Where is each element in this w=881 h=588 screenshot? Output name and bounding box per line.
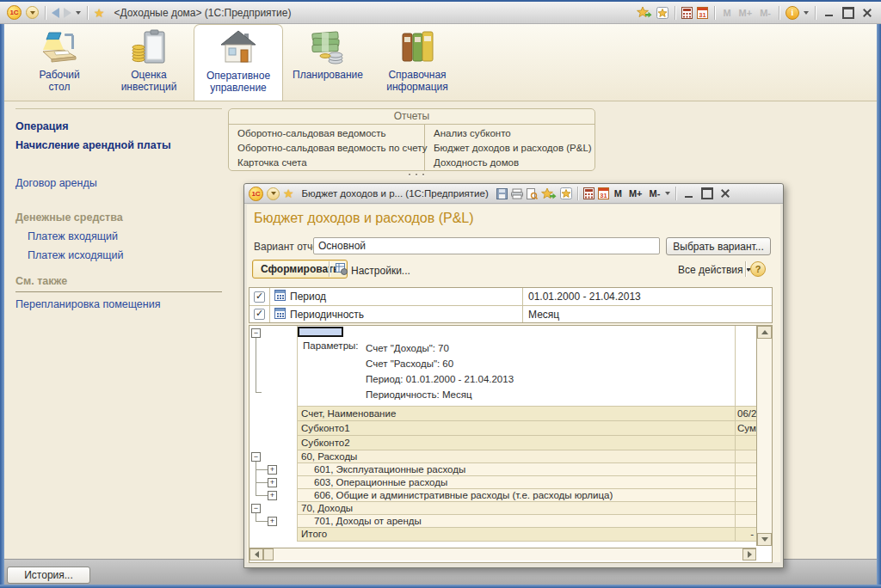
filter-value[interactable]: 01.01.2000 - 21.04.2013 <box>523 288 772 305</box>
report-data-row[interactable]: 60, Расходы <box>250 450 756 463</box>
filter-value[interactable]: Месяц <box>523 306 772 322</box>
filter-row[interactable]: ПериодичностьМесяц <box>250 305 772 322</box>
service-dropdown-icon[interactable] <box>804 11 809 15</box>
history-button[interactable]: История... <box>7 567 90 584</box>
scroll-right-button[interactable] <box>742 548 756 560</box>
report-data-row[interactable]: 701, Доходы от аренды <box>250 515 756 528</box>
favorites-star-icon[interactable] <box>94 6 105 20</box>
horizontal-scrollbar-track[interactable] <box>274 548 742 560</box>
all-actions-button[interactable]: Все действия <box>678 264 751 276</box>
report-data-row[interactable]: Итого- <box>250 528 756 542</box>
memory-recall-button[interactable]: M <box>613 188 624 199</box>
report-link[interactable]: Бюджет доходов и расходов (P&L) <box>434 141 595 156</box>
memory-add-button[interactable]: M+ <box>627 188 644 199</box>
horizontal-scrollbar-thumb[interactable] <box>263 548 274 560</box>
report-data-row[interactable]: 601, Эксплуатационные расходы <box>250 463 756 476</box>
favorites-star-icon[interactable] <box>283 187 294 200</box>
save-icon[interactable] <box>496 188 508 199</box>
report-cell-label[interactable] <box>298 326 735 338</box>
expander-collapse[interactable]: − <box>251 452 261 462</box>
report-cell-label[interactable]: 603, Операционные расходы <box>298 476 735 489</box>
report-link[interactable]: Доходность домов <box>434 156 595 170</box>
report-cell-label[interactable]: 701, Доходы от аренды <box>298 515 735 528</box>
report-cell-label[interactable]: Субконто2 <box>298 436 735 450</box>
favorites-list-icon[interactable] <box>560 187 572 199</box>
report-header-row[interactable]: Субконто2 <box>250 436 756 450</box>
report-cell-value[interactable]: 06/2 <box>735 407 756 421</box>
expander-expand[interactable]: + <box>268 491 277 500</box>
report-cell-label[interactable]: Параметры:Счет "Доходы": 70Счет "Расходы… <box>298 338 735 407</box>
maximize-button[interactable] <box>841 6 855 19</box>
horizontal-scrollbar[interactable] <box>250 548 756 560</box>
report-cell-value[interactable] <box>735 476 756 489</box>
close-button[interactable] <box>859 6 874 19</box>
favorites-list-icon[interactable] <box>656 7 668 19</box>
sidebar-item-3[interactable]: Договор аренды <box>15 176 222 190</box>
window-menu-dropdown-button[interactable] <box>267 187 280 200</box>
minimize-button[interactable] <box>822 6 836 19</box>
report-cell-value[interactable] <box>735 338 756 407</box>
sidebar-item-1[interactable]: Операция <box>15 119 222 133</box>
vertical-scrollbar[interactable] <box>756 326 772 546</box>
filter-checkbox[interactable] <box>254 291 265 303</box>
report-data-row[interactable]: 603, Операционные расходы <box>250 476 756 489</box>
toolbar-tab-folders[interactable]: Справочная информация <box>373 24 462 101</box>
report-cell-label[interactable]: Итого <box>298 528 735 542</box>
1c-logo-icon[interactable] <box>249 187 263 201</box>
report-cell-value[interactable] <box>735 326 756 338</box>
calendar-icon[interactable]: 31 <box>598 187 609 199</box>
report-cell-value[interactable] <box>735 450 756 463</box>
parameters-row[interactable]: Параметры:Счет "Доходы": 70Счет "Расходы… <box>250 338 756 407</box>
vertical-scrollbar-track[interactable] <box>757 339 772 533</box>
report-cell-label[interactable]: 606, Общие и административные расходы (т… <box>298 489 735 502</box>
sidebar-item-6[interactable]: Платеж исходящий <box>15 248 222 262</box>
generate-button[interactable]: Сформировать <box>252 260 348 279</box>
report-cell-value[interactable] <box>735 502 756 515</box>
report-top-row[interactable] <box>250 326 756 338</box>
sidebar-item-8[interactable]: Перепланировка помещения <box>15 297 222 311</box>
add-favorite-icon[interactable] <box>637 6 652 19</box>
report-cell-label[interactable]: 60, Расходы <box>298 450 735 463</box>
report-cell-value[interactable] <box>735 436 756 450</box>
back-icon[interactable] <box>52 8 59 18</box>
memory-subtract-button[interactable]: M- <box>648 188 662 199</box>
expander-collapse[interactable]: − <box>251 504 261 513</box>
1c-logo-icon[interactable] <box>7 5 22 20</box>
report-data-row[interactable]: 606, Общие и административные расходы (т… <box>250 489 756 502</box>
panel-resize-grip[interactable] <box>409 174 424 175</box>
report-cell-label[interactable]: 70, Доходы <box>298 502 735 515</box>
filter-row[interactable]: Период01.01.2000 - 21.04.2013 <box>250 288 772 305</box>
maximize-button[interactable] <box>699 187 714 200</box>
report-cell-value[interactable]: - <box>735 528 756 542</box>
expander-expand[interactable]: + <box>268 478 277 487</box>
report-header-row[interactable]: Счет, Наименование06/2 <box>250 407 756 421</box>
report-link[interactable]: Карточка счета <box>237 156 424 170</box>
calculator-icon[interactable] <box>583 187 595 199</box>
calculator-icon[interactable] <box>681 7 693 19</box>
close-button[interactable] <box>718 187 732 200</box>
forward-icon[interactable] <box>64 8 71 18</box>
help-button[interactable]: ? <box>750 261 766 277</box>
add-favorite-icon[interactable] <box>541 187 557 200</box>
report-cell-label[interactable]: 601, Эксплуатационные расходы <box>298 463 735 476</box>
expander-expand[interactable]: + <box>268 465 277 475</box>
minimize-button[interactable] <box>681 187 696 200</box>
report-link[interactable]: Анализ субконто <box>434 126 595 141</box>
toolbar-tab-house[interactable]: Оперативное управление <box>194 24 283 101</box>
main-menu-dropdown-button[interactable] <box>26 6 39 19</box>
report-data-row[interactable]: 70, Доходы <box>250 502 756 515</box>
report-header-row[interactable]: Субконто1Сум <box>250 421 756 436</box>
print-preview-icon[interactable] <box>527 188 538 199</box>
report-cell-label[interactable]: Счет, Наименование <box>298 407 735 421</box>
selected-cell[interactable] <box>298 327 343 337</box>
choose-variant-button[interactable]: Выбрать вариант... <box>666 237 771 255</box>
toolbar-tab-money[interactable]: Планирование <box>283 24 373 101</box>
sidebar-item-2[interactable]: Начисление арендной платы <box>15 138 222 152</box>
report-cell-value[interactable] <box>735 463 756 476</box>
report-cell-label[interactable]: Субконто1 <box>298 421 735 436</box>
expander-collapse[interactable]: − <box>251 328 261 338</box>
info-icon[interactable] <box>786 6 799 20</box>
report-cell-value[interactable] <box>735 489 756 502</box>
settings-button[interactable]: Настройки... <box>336 263 410 278</box>
report-cell-value[interactable]: Сум <box>735 421 756 436</box>
